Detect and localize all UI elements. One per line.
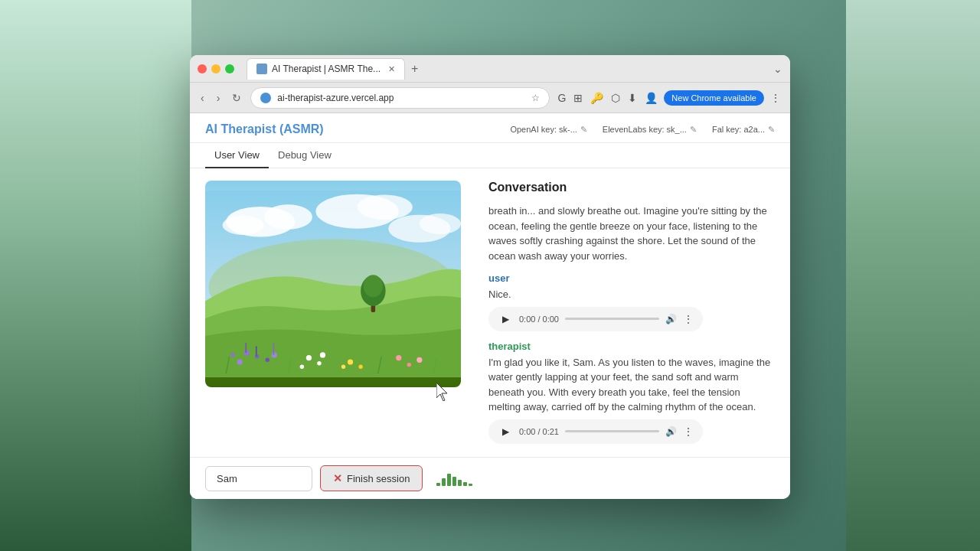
conv-text-1: breath in... and slowly breathe out. Ima… xyxy=(488,204,775,263)
download-icon[interactable]: ⬇ xyxy=(626,90,639,106)
bottom-bar: ✕ Finish session xyxy=(190,457,790,499)
fal-key-edit-icon[interactable]: ✎ xyxy=(768,125,775,135)
audio-player-user: ▶ 0:00 / 0:00 🔊 ⋮ xyxy=(488,307,703,331)
browser-tab[interactable]: AI Therapist | ASMR The... ✕ xyxy=(247,58,405,80)
toolbar-icons: G ⊞ 🔑 ⬡ ⬇ 👤 New Chrome available ⋮ xyxy=(556,90,782,106)
bookmark-icon[interactable]: ☆ xyxy=(531,93,540,103)
audio-progress-therapist[interactable] xyxy=(565,430,659,432)
forward-button[interactable]: › xyxy=(214,89,224,107)
scene-image xyxy=(205,181,461,387)
vol-bar-5 xyxy=(458,480,462,486)
window-controls xyxy=(198,64,234,73)
volume-icon-therapist[interactable]: 🔊 xyxy=(665,426,677,437)
elevenlabs-key-edit-icon[interactable]: ✎ xyxy=(690,125,697,135)
new-tab-button[interactable]: + xyxy=(408,62,421,76)
translate-icon[interactable]: ⊞ xyxy=(572,90,584,106)
svg-point-25 xyxy=(396,355,401,360)
svg-point-2 xyxy=(264,204,312,229)
back-button[interactable]: ‹ xyxy=(198,89,207,107)
svg-point-21 xyxy=(320,352,325,357)
vol-bar-3 xyxy=(447,474,451,486)
message-therapist: therapist I'm glad you like it, Sam. As … xyxy=(488,341,775,444)
svg-point-7 xyxy=(420,214,461,234)
grammarly-icon[interactable]: G xyxy=(556,90,567,106)
speaker-therapist-label: therapist xyxy=(488,341,775,352)
volume-indicator xyxy=(436,471,472,486)
tab-bar: AI Therapist | ASMR The... ✕ + ⌄ xyxy=(247,58,782,80)
svg-point-22 xyxy=(348,359,353,364)
svg-point-18 xyxy=(306,355,312,360)
new-chrome-button[interactable]: New Chrome available xyxy=(664,90,764,106)
elevenlabs-key-label: ElevenLabs key: sk_... xyxy=(603,125,687,134)
svg-point-16 xyxy=(266,358,270,362)
vol-bar-4 xyxy=(452,477,456,486)
elevenlabs-key-item: ElevenLabs key: sk_... ✎ xyxy=(603,125,697,135)
svg-point-15 xyxy=(230,353,234,357)
conversation-scroll[interactable]: breath in... and slowly breathe out. Ima… xyxy=(488,204,775,445)
audio-progress-user[interactable] xyxy=(565,318,659,320)
svg-point-12 xyxy=(244,350,250,356)
password-icon[interactable]: 🔑 xyxy=(589,90,605,106)
tab-title: AI Therapist | ASMR The... xyxy=(272,64,381,74)
refresh-button[interactable]: ↻ xyxy=(229,89,244,107)
app-content: AI Therapist (ASMR) OpenAI key: sk-... ✎… xyxy=(190,113,790,499)
svg-point-19 xyxy=(317,361,321,365)
vol-bar-2 xyxy=(442,478,446,486)
tab-debug-view[interactable]: Debug View xyxy=(269,143,341,168)
openai-key-item: OpenAI key: sk-... ✎ xyxy=(510,125,586,135)
url-text: ai-therapist-azure.vercel.app xyxy=(277,93,525,103)
svg-point-27 xyxy=(416,357,422,363)
close-window-button[interactable] xyxy=(198,64,207,73)
user-text: Nice. xyxy=(488,287,775,302)
conversation-panel: Conversation breath in... and slowly bre… xyxy=(473,168,790,457)
play-button-therapist[interactable]: ▶ xyxy=(498,424,513,439)
tab-close-icon[interactable]: ✕ xyxy=(388,64,395,74)
svg-rect-34 xyxy=(273,343,274,355)
audio-time-user: 0:00 / 0:00 xyxy=(519,315,559,324)
extensions-icon[interactable]: ⬡ xyxy=(609,90,622,106)
nav-tabs: User View Debug View xyxy=(190,143,790,168)
site-security-icon xyxy=(260,93,271,103)
tab-menu-button[interactable]: ⌄ xyxy=(773,63,782,75)
address-input[interactable]: ai-therapist-azure.vercel.app ☆ xyxy=(250,87,550,109)
svg-point-26 xyxy=(407,363,411,367)
audio-time-therapist: 0:00 / 0:21 xyxy=(519,427,559,436)
minimize-window-button[interactable] xyxy=(211,64,220,73)
app-header: AI Therapist (ASMR) OpenAI key: sk-... ✎… xyxy=(190,113,790,143)
vol-bar-6 xyxy=(463,482,467,486)
profile-icon[interactable]: 👤 xyxy=(643,90,659,106)
svg-point-3 xyxy=(223,216,264,235)
more-icon-user[interactable]: ⋮ xyxy=(683,313,694,325)
svg-rect-33 xyxy=(256,346,257,357)
fal-key-item: Fal key: a2a... ✎ xyxy=(712,125,775,135)
vol-bar-7 xyxy=(469,484,472,486)
finish-session-button[interactable]: ✕ Finish session xyxy=(320,465,423,491)
volume-icon-user[interactable]: 🔊 xyxy=(665,314,677,324)
image-panel xyxy=(190,168,473,457)
svg-point-11 xyxy=(364,275,383,297)
fal-key-label: Fal key: a2a... xyxy=(712,125,765,134)
vol-bar-1 xyxy=(436,483,440,486)
title-bar: AI Therapist | ASMR The... ✕ + ⌄ xyxy=(190,55,790,83)
finish-x-icon: ✕ xyxy=(333,472,342,484)
more-icon-therapist[interactable]: ⋮ xyxy=(683,425,694,438)
maximize-window-button[interactable] xyxy=(225,64,234,73)
app-title: AI Therapist (ASMR) xyxy=(205,122,324,136)
browser-window: AI Therapist | ASMR The... ✕ + ⌄ ‹ › ↻ a… xyxy=(190,55,790,499)
openai-key-edit-icon[interactable]: ✎ xyxy=(580,125,587,135)
conversation-title: Conversation xyxy=(488,181,775,194)
speaker-user-label: user xyxy=(488,272,775,284)
address-bar: ‹ › ↻ ai-therapist-azure.vercel.app ☆ G … xyxy=(190,83,790,113)
tab-user-view[interactable]: User View xyxy=(205,143,269,168)
therapist-text: I'm glad you like it, Sam. As you listen… xyxy=(488,355,775,415)
svg-point-14 xyxy=(237,359,243,364)
svg-point-23 xyxy=(358,365,362,369)
background-right xyxy=(846,0,980,551)
message-user: user Nice. ▶ 0:00 / 0:00 🔊 ⋮ xyxy=(488,272,775,331)
main-content: Conversation breath in... and slowly bre… xyxy=(190,168,790,457)
menu-icon[interactable]: ⋮ xyxy=(769,90,782,106)
play-button-user[interactable]: ▶ xyxy=(498,311,513,327)
openai-key-label: OpenAI key: sk-... xyxy=(510,125,577,134)
audio-player-therapist: ▶ 0:00 / 0:21 🔊 ⋮ xyxy=(488,419,703,444)
name-input[interactable] xyxy=(205,466,312,491)
